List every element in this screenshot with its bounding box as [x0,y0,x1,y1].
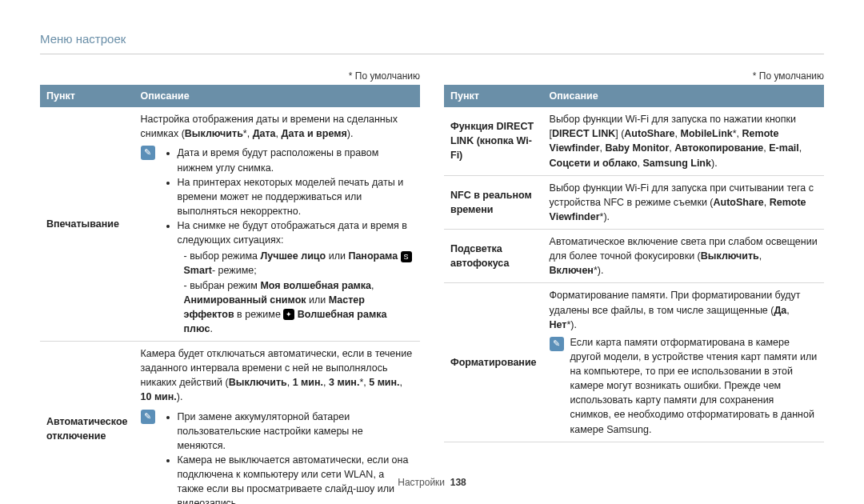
row-desc: Выбор функции Wi-Fi для запуска при счит… [543,175,824,229]
page-footer: Настройки 138 [0,477,864,488]
row-desc: Настройка отображения даты и времени на … [134,107,421,341]
desc-intro: Настройка отображения даты и времени на … [141,112,414,141]
note-bullet: При замене аккумуляторной батареи пользо… [178,410,414,453]
note-bullets: Дата и время будут расположены в правом … [162,146,414,336]
desc-intro: Камера будет отключаться автоматически, … [141,346,414,405]
row-desc: Выбор функции Wi-Fi для запуска по нажат… [543,107,824,175]
left-column: * По умолчанию Пункт Описание Впечатыван… [40,70,420,504]
note-bullet: На принтерах некоторых моделей печать да… [178,175,414,218]
row-desc: Автоматическое включение света при слабо… [543,230,824,283]
note-sub: выбран режим Моя волшебная рамка, Анимир… [184,278,414,337]
col-header-desc: Описание [543,85,824,107]
note-sublist: выбор режима Лучшее лицо или Панорама S … [178,249,414,336]
col-header-item: Пункт [40,85,134,107]
row-imprint: Впечатывание Настройка отображения даты … [40,107,420,341]
note-bullet: Дата и время будут расположены в правом … [178,146,414,174]
row-desc: Форматирование памяти. При форматировани… [543,283,824,442]
note-bullet: На снимке не будут отображаться дата и в… [178,218,414,336]
row-label: Впечатывание [40,107,134,341]
note-icon: ✎ [141,146,155,160]
row-format: Форматирование Форматирование памяти. Пр… [444,283,824,442]
right-table: Пункт Описание Функция DIRECT LINK (кноп… [444,85,824,442]
note-block: ✎ При замене аккумуляторной батареи поль… [141,408,414,505]
row-direct-link: Функция DIRECT LINK (кнопка Wi-Fi) Выбор… [444,107,824,175]
right-column: * По умолчанию Пункт Описание Функция DI… [444,70,824,504]
row-af-light: Подсветка автофокуса Автоматическое вклю… [444,230,824,283]
left-table: Пункт Описание Впечатывание Настройка от… [40,85,420,504]
note-block: ✎ Если карта памяти отформатирована в ка… [550,335,818,437]
row-label: Подсветка автофокуса [444,230,543,283]
row-label: Форматирование [444,283,543,442]
row-label: Функция DIRECT LINK (кнопка Wi-Fi) [444,107,543,175]
note-body: Если карта памяти отформатирована в каме… [570,335,818,437]
col-header-item: Пункт [444,85,543,107]
note-block: ✎ Дата и время будут расположены в право… [141,144,414,336]
content-columns: * По умолчанию Пункт Описание Впечатыван… [40,70,824,504]
default-note-right: * По умолчанию [444,70,824,82]
desc-intro: Форматирование памяти. При форматировани… [550,288,818,331]
note-icon: ✎ [550,337,564,351]
footer-page-number: 138 [450,477,466,488]
col-header-desc: Описание [134,85,421,107]
row-nfc: NFC в реальном времени Выбор функции Wi-… [444,175,824,229]
page: Меню настроек * По умолчанию Пункт Описа… [0,0,864,504]
footer-section: Настройки [398,477,445,488]
note-body: При замене аккумуляторной батареи пользо… [162,408,414,505]
row-label: NFC в реальном времени [444,175,543,229]
note-bullets: При замене аккумуляторной батареи пользо… [162,410,414,505]
note-body: Дата и время будут расположены в правом … [162,144,414,336]
breadcrumb: Меню настроек [40,32,824,54]
note-sub: выбор режима Лучшее лицо или Панорама S … [184,249,414,278]
note-text: На снимке не будут отображаться дата и в… [178,220,408,246]
default-note-left: * По умолчанию [40,70,420,82]
note-icon: ✎ [141,410,155,424]
